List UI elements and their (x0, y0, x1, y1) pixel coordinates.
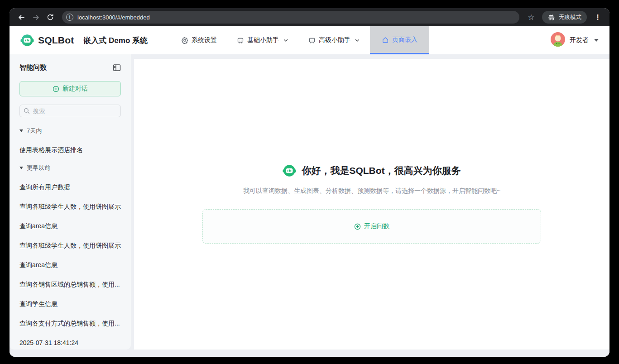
conversation-item[interactable]: 查询所有用户数据 (19, 182, 121, 192)
search-icon (24, 108, 30, 114)
new-conversation-button[interactable]: 新建对话 (19, 81, 121, 96)
sqlbot-logo-icon (283, 164, 296, 177)
page-title: 嵌入式 Demo 系统 (83, 35, 148, 46)
caret-down-icon (594, 39, 599, 42)
conversation-item[interactable]: 查询area信息 (19, 221, 121, 230)
sqlbot-logo-icon (20, 34, 34, 47)
chevron-down-icon (283, 38, 288, 43)
nav-label: 高级小助手 (319, 36, 350, 44)
robot-icon (237, 37, 244, 44)
start-query-label: 开启问数 (364, 222, 389, 230)
new-conversation-label: 新建对话 (62, 85, 88, 93)
search-input[interactable] (33, 108, 117, 115)
sidebar-title: 智能问数 (19, 63, 47, 72)
browser-window: i localhost:3000/#/embedded ☆ 无痕模式 ⋮ SQL… (10, 8, 609, 357)
nav-item-advanced-assistant[interactable]: 高级小助手 (298, 26, 370, 54)
incognito-icon (547, 14, 555, 21)
url-text: localhost:3000/#/embedded (77, 14, 150, 21)
nav-item-system-settings[interactable]: 系统设置 (171, 26, 227, 54)
incognito-badge: 无痕模式 (542, 11, 587, 24)
brand-name: SQLBot (38, 35, 74, 46)
conversation-item[interactable]: 2025-07-31 18:41:24 (19, 338, 121, 347)
section-header-7days[interactable]: 7天内 (19, 127, 121, 135)
address-bar[interactable]: i localhost:3000/#/embedded (62, 11, 519, 24)
conversation-item[interactable]: 查询各支付方式的总销售额，使用... (19, 319, 121, 328)
section-label: 更早以前 (27, 164, 50, 172)
start-query-button[interactable]: 开启问数 (202, 209, 541, 244)
user-menu[interactable]: 开发者 (551, 26, 599, 54)
brand: SQLBot 嵌入式 Demo 系统 (20, 26, 148, 54)
nav-item-basic-assistant[interactable]: 基础小助手 (227, 26, 298, 54)
conversation-item[interactable]: 查询各班级学生人数，使用饼图展示 (19, 202, 121, 211)
chevron-down-icon (355, 38, 360, 43)
plus-circle-icon (53, 86, 59, 92)
section-label: 7天内 (27, 127, 42, 135)
search-box[interactable] (19, 105, 121, 117)
triangle-down-icon (19, 129, 23, 132)
collapse-sidebar-icon[interactable] (113, 64, 121, 72)
conversation-sidebar: 智能问数 新建对话 7天内 使用表格展示酒 (10, 54, 131, 350)
conversation-item[interactable]: 查询area信息 (19, 260, 121, 269)
greeting-row: 你好，我是SQLBot，很高兴为你服务 (134, 164, 609, 177)
nav-label: 基础小助手 (247, 36, 279, 44)
conversation-item[interactable]: 使用表格展示酒店排名 (19, 145, 121, 154)
browser-menu-icon[interactable]: ⋮ (591, 11, 604, 24)
greeting-title: 你好，我是SQLBot，很高兴为你服务 (302, 164, 461, 177)
bookmark-star-icon[interactable]: ☆ (525, 11, 537, 24)
main-nav: 系统设置 基础小助手 高级小助手 (171, 26, 429, 54)
nav-label: 页面嵌入 (392, 36, 417, 44)
nav-label: 系统设置 (192, 36, 217, 44)
gear-icon (181, 37, 188, 44)
triangle-down-icon (19, 167, 23, 169)
conversation-item[interactable]: 查询各班级学生人数，使用饼图展示 (19, 241, 121, 250)
avatar (551, 32, 565, 48)
forward-icon[interactable] (29, 11, 42, 24)
chat-main-panel: 你好，我是SQLBot，很高兴为你服务 我可以查询数据、生成图表、分析数据、预测… (134, 59, 609, 350)
greeting-subtitle: 我可以查询数据、生成图表、分析数据、预测数据等，请选择一个数据源，开启智能问数吧… (134, 187, 609, 195)
home-icon (382, 36, 389, 43)
nav-item-page-embed[interactable]: 页面嵌入 (370, 26, 429, 54)
incognito-label: 无痕模式 (559, 14, 581, 21)
reload-icon[interactable] (44, 11, 57, 24)
browser-toolbar: i localhost:3000/#/embedded ☆ 无痕模式 ⋮ (10, 8, 609, 26)
app-header: SQLBot 嵌入式 Demo 系统 系统设置 基础小助手 (10, 26, 609, 54)
site-info-icon[interactable]: i (66, 14, 73, 21)
conversation-item[interactable]: 查询各销售区域的总销售额，使用... (19, 280, 121, 289)
back-icon[interactable] (15, 11, 28, 24)
plus-circle-icon (354, 223, 361, 230)
user-name: 开发者 (570, 36, 589, 44)
robot-icon (308, 37, 316, 44)
content-area: 智能问数 新建对话 7天内 使用表格展示酒 (10, 54, 609, 357)
conversation-item[interactable]: 查询学生信息 (19, 299, 121, 308)
section-header-earlier[interactable]: 更早以前 (19, 164, 121, 172)
